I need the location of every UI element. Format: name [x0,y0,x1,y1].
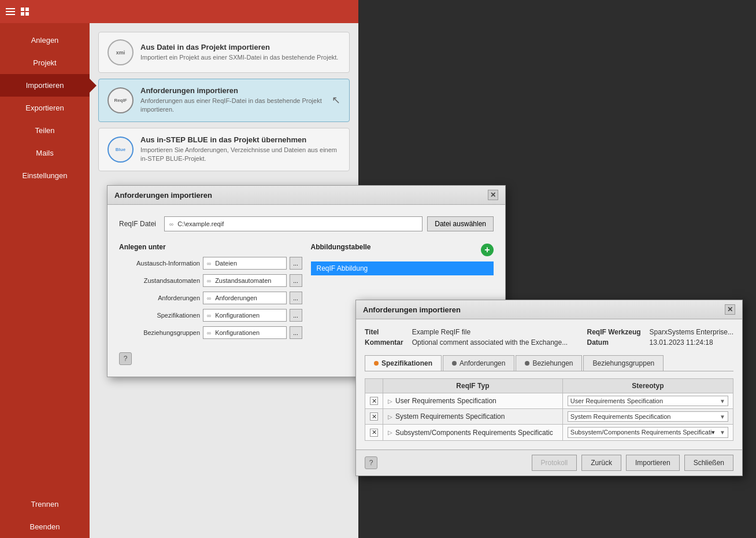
sidebar: Anlegen Projekt Importieren Exportieren … [0,23,90,538]
titel-value: Example ReqIF file [412,328,579,336]
zustandsautomaten-input[interactable]: ∞ Zustandsautomaten [203,274,287,287]
triangle-icon: ▷ [388,429,392,436]
row3-reqif-type: Subsystem/Components Requirements Specif… [395,429,553,437]
row2-checkbox[interactable]: ✕ [370,412,378,421]
anforderungen-value: Anforderungen [215,294,257,301]
select-arrow-icon: ▼ [720,429,725,436]
row1-reqif-type-cell: ▷ User Requirements Specification [383,393,563,409]
link-icon: ∞ [169,221,173,227]
dialog2-footer: ? Protokoll Zurück Importieren Schließen [356,449,742,476]
file-input[interactable]: ∞ C:\example.reqif [164,216,423,231]
tab-spezifikationen[interactable]: Spezifikationen [365,355,442,371]
sidebar-item-mails[interactable]: Mails [0,142,90,164]
sidebar-item-exportieren[interactable]: Exportieren [0,97,90,119]
tab-beziehungen[interactable]: Beziehungen [516,355,582,371]
importieren-button[interactable]: Importieren [626,455,680,471]
abbildung-add-button[interactable]: + [481,244,494,256]
tab-dot-beziehungen [525,361,529,366]
abbildung-title: Abbildungstabelle [311,243,371,251]
sidebar-item-projekt[interactable]: Projekt [0,51,90,74]
spezifikationen-input[interactable]: ∞ Konfigurationen [203,309,287,322]
abbildung-header: Abbildungstabelle + [311,243,494,257]
anlegen-title: Anlegen unter [119,243,302,251]
anforderungen-dots-button[interactable]: ... [290,292,302,304]
schliessen-button[interactable]: Schließen [684,455,733,471]
beziehungsgruppen-label: Beziehungsgruppen [119,329,200,336]
file-select-button[interactable]: Datei auswählen [427,216,494,231]
beziehungsgruppen-dots-button[interactable]: ... [290,326,302,339]
info-grid: Titel Example ReqIF file ReqIF Werkzeug … [365,328,733,347]
top-bar [0,0,358,23]
zustandsautomaten-dots-button[interactable]: ... [290,274,302,287]
import-card-blue[interactable]: Blue Aus in-STEP BLUE in das Projekt übe… [98,128,350,171]
austausch-dots-button[interactable]: ... [290,257,302,270]
dialog2-close-button[interactable]: ✕ [725,304,735,315]
row1-stereotyp-select[interactable]: User Requirements Specification ▼ [568,396,728,406]
select-arrow-icon: ▼ [720,414,725,420]
table-row: ✕ ▷ System Requirements Specification Sy… [365,409,733,425]
card-blue-title: Aus in-STEP BLUE in das Projekt übernehm… [140,135,340,144]
dialog2-title: Anforderungen importieren [363,305,461,314]
anforderungen-input[interactable]: ∞ Anforderungen [203,292,287,304]
row3-stereotyp-select[interactable]: Subsystem/Components Requirements Specif… [568,427,728,438]
zuruck-button[interactable]: Zurück [581,455,621,471]
file-row: ReqIF Datei ∞ C:\example.reqif Datei aus… [119,216,494,231]
row3-stereotyp-cell: Subsystem/Components Requirements Specif… [562,425,733,441]
row2-reqif-type: System Requirements Specification [395,412,505,421]
file-path-value: C:\example.reqif [177,220,224,227]
file-label: ReqIF Datei [119,220,160,228]
dialog2-body: Titel Example ReqIF file ReqIF Werkzeug … [356,319,742,449]
tab-anforderungen[interactable]: Anforderungen [443,355,514,371]
sidebar-item-anlegen[interactable]: Anlegen [0,29,90,51]
sidebar-item-einstellungen[interactable]: Einstellungen [0,164,90,187]
row2-stereotyp-select[interactable]: System Requirements Specification ▼ [568,411,728,422]
row3-checkbox[interactable]: ✕ [370,429,378,437]
tab-anforderungen-label: Anforderungen [459,359,505,367]
titel-label: Titel [365,328,403,336]
import-card-xmi[interactable]: xmi Aus Datei in das Projekt importieren… [98,32,350,73]
beziehungsgruppen-input[interactable]: ∞ Konfigurationen [203,326,287,339]
sidebar-item-teilen[interactable]: Teilen [0,119,90,142]
col-anlegen: Anlegen unter Austausch-Information ∞ Da… [119,243,302,344]
tab-beziehungsgruppen-label: Beziehungsgruppen [592,359,654,367]
card-reqif-desc: Anforderungen aus einer ReqIF-Datei in d… [140,97,325,115]
spezifikationen-dots-button[interactable]: ... [290,309,302,322]
col-reqif-typ: ReqIF Typ [383,379,563,393]
tab-beziehungen-label: Beziehungen [532,359,573,367]
dialog2-help-button[interactable]: ? [365,456,377,469]
sidebar-item-importieren[interactable]: Importieren [0,74,90,97]
datum-value: 13.01.2023 11:24:18 [650,338,733,347]
spezifikationen-value: Konfigurationen [215,312,260,319]
row3-checkbox-cell: ✕ [365,425,383,441]
col-stereotyp: Stereotyp [562,379,733,393]
sidebar-item-beenden[interactable]: Beenden [0,515,90,538]
grid-icon[interactable] [21,8,29,16]
zustandsautomaten-label: Zustandsautomaten [119,277,200,284]
abbildung-item[interactable]: ReqIF Abbildung [311,261,494,275]
row1-stereotyp-cell: User Requirements Specification ▼ [562,393,733,409]
austausch-input[interactable]: ∞ Dateien [203,257,287,270]
tab-beziehungsgruppen[interactable]: Beziehungsgruppen [583,355,664,371]
xmi-icon: xmi [108,39,134,65]
row1-checkbox-cell: ✕ [365,393,383,409]
dialog1-close-button[interactable]: ✕ [488,190,498,200]
beziehungsgruppen-value: Konfigurationen [215,329,260,336]
sidebar-item-trennen[interactable]: Trennen [0,493,90,515]
kommentar-label: Kommentar [365,338,403,347]
card-reqif-title: Anforderungen importieren [140,86,325,95]
import-card-reqif[interactable]: ReqIF Anforderungen importieren Anforder… [98,79,350,122]
protokoll-button[interactable]: Protokoll [532,455,577,471]
werkzeug-label: ReqIF Werkzeug [587,328,640,336]
row1-stereotyp-value: User Requirements Specification [570,397,663,404]
row1-checkbox[interactable]: ✕ [370,397,378,405]
dialog1-help-button[interactable]: ? [119,352,132,365]
werkzeug-value: SparxSystems Enterprise... [650,328,733,336]
tab-dot-anforderungen [452,361,457,366]
row3-reqif-type-cell: ▷ Subsystem/Components Requirements Spec… [383,425,563,441]
table-row: ✕ ▷ User Requirements Specification User… [365,393,733,409]
row1-reqif-type: User Requirements Specification [395,397,496,405]
tabs-bar: Spezifikationen Anforderungen Beziehunge… [365,355,733,371]
dialog1-title: Anforderungen importieren [114,191,212,200]
menu-icon[interactable] [6,8,15,15]
row2-reqif-type-cell: ▷ System Requirements Specification [383,409,563,425]
